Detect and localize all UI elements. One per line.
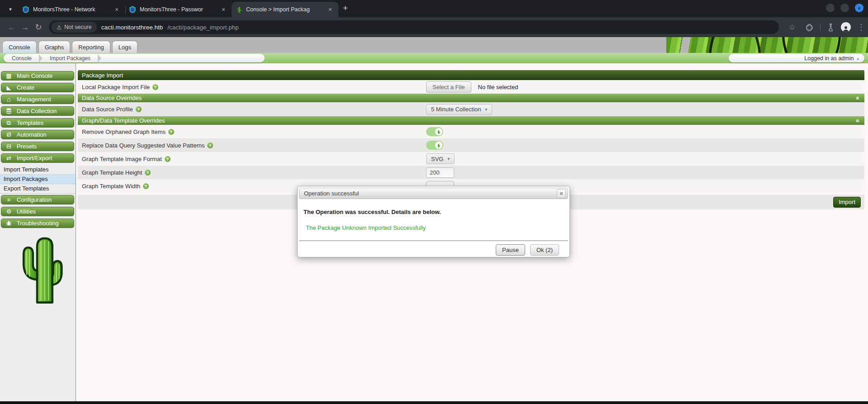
breadcrumb-bar: Console Import Packages Logged in as adm… bbox=[0, 53, 868, 63]
reload-icon[interactable]: ↻ bbox=[32, 22, 45, 32]
sidebar-item-utilities[interactable]: ⚙Utilities bbox=[1, 207, 74, 216]
experiments-flask-icon[interactable] bbox=[827, 23, 835, 32]
remove-orphaned-toggle[interactable] bbox=[426, 127, 443, 136]
htb-shield-favicon bbox=[22, 6, 29, 13]
dialog-close-button[interactable]: × bbox=[557, 189, 566, 198]
cacti-favicon bbox=[236, 6, 242, 13]
dialog-titlebar[interactable]: Operation successful × bbox=[299, 188, 568, 199]
sidebar-item-label: Import/Export bbox=[17, 155, 52, 162]
help-icon[interactable]: ? bbox=[145, 170, 151, 176]
new-tab-button[interactable]: + bbox=[343, 3, 348, 13]
sidebar-item-label: Troubleshooting bbox=[17, 220, 59, 227]
help-icon[interactable]: ? bbox=[207, 143, 213, 148]
sidebar-item-main-console[interactable]: ▦Main Console bbox=[1, 71, 74, 81]
tab-reporting[interactable]: Reporting bbox=[72, 41, 110, 53]
chevron-down-icon: ▾ bbox=[447, 157, 450, 161]
browser-menu-kebab-icon[interactable]: ⋮ bbox=[857, 22, 863, 32]
collapse-section-icon[interactable]: « bbox=[856, 96, 860, 100]
select-file-button[interactable]: Select a File bbox=[426, 81, 471, 93]
sidebar-item-export-templates[interactable]: Export Templates bbox=[0, 184, 76, 194]
sidebar-item-data-collection[interactable]: Data Collection bbox=[1, 106, 74, 116]
sidebar-item-label: Data Collection bbox=[17, 108, 57, 114]
user-menu-label: Logged in as admin bbox=[804, 55, 854, 62]
chart-area-icon: ◣ bbox=[5, 84, 13, 91]
help-icon[interactable]: ? bbox=[168, 129, 174, 135]
replace-patterns-row: Replace Data Query Suggested Value Patte… bbox=[78, 138, 864, 152]
field-label: Replace Data Query Suggested Value Patte… bbox=[82, 142, 204, 149]
browser-tab-active[interactable]: Console > Import Packag × bbox=[232, 2, 338, 17]
tab-logs[interactable]: Logs bbox=[112, 41, 138, 53]
tab-label: Graphs bbox=[45, 44, 64, 51]
tab-search-button[interactable]: ▾ bbox=[5, 3, 16, 15]
automation-icon: Ø bbox=[5, 131, 13, 138]
forward-icon[interactable]: → bbox=[18, 23, 32, 32]
tab-title: MonitorsThree - Passwor bbox=[140, 6, 216, 13]
tab-close-icon[interactable]: × bbox=[219, 5, 228, 14]
sidebar-item-label: Configuration bbox=[17, 196, 52, 203]
dialog-detail-link[interactable]: The Package Unknown Imported Successfull… bbox=[306, 224, 568, 231]
sidebar-item-label: Create bbox=[17, 84, 34, 91]
tab-graphs[interactable]: Graphs bbox=[38, 41, 71, 53]
tab-console[interactable]: Console bbox=[2, 41, 37, 53]
help-icon[interactable]: ? bbox=[136, 106, 142, 112]
browser-tab-1[interactable]: MonitorsThree - Network × bbox=[18, 2, 125, 17]
dialog-buttons: Pause Ok (2) bbox=[299, 241, 568, 256]
collapse-section-icon[interactable]: « bbox=[856, 119, 860, 123]
user-menu[interactable]: Logged in as admin ▴ bbox=[729, 54, 864, 62]
sidebar-item-automation[interactable]: ØAutomation bbox=[1, 130, 74, 139]
help-icon[interactable]: ? bbox=[152, 84, 158, 90]
back-icon[interactable]: ← bbox=[5, 23, 18, 32]
profile-avatar-icon[interactable] bbox=[841, 22, 851, 32]
toggle-knob-cactus-icon bbox=[435, 128, 442, 135]
sidebar-item-import-templates[interactable]: Import Templates bbox=[0, 165, 76, 175]
field-label: Data Source Profile bbox=[82, 106, 133, 113]
help-icon[interactable]: ? bbox=[143, 183, 149, 189]
exchange-arrows-icon: ⇄ bbox=[5, 155, 13, 162]
template-height-row: Graph Template Height? bbox=[78, 166, 864, 179]
sidebar-item-import-packages[interactable]: Import Packages bbox=[0, 175, 76, 184]
sidebar-item-management[interactable]: ⌂Management bbox=[1, 95, 74, 104]
toggle-knob-cactus-icon bbox=[435, 142, 442, 149]
breadcrumb-import-packages[interactable]: Import Packages bbox=[43, 55, 98, 62]
toolbar-right-icons: ☆ ⋮ bbox=[785, 22, 863, 32]
security-chip[interactable]: ⚠ Not secure bbox=[52, 22, 97, 33]
replace-patterns-toggle[interactable] bbox=[426, 141, 443, 150]
close-button[interactable]: × bbox=[855, 4, 863, 12]
data-source-overrides-header: Data Source Overrides « bbox=[78, 94, 864, 102]
bookmark-star-icon[interactable]: ☆ bbox=[785, 23, 799, 32]
sidebar-item-create[interactable]: ◣Create bbox=[1, 83, 74, 92]
file-status-text: No file selected bbox=[478, 84, 518, 90]
ok-button[interactable]: Ok (2) bbox=[530, 244, 559, 256]
cacti-tabbar: Console Graphs Reporting Logs bbox=[0, 37, 868, 53]
toolbar-divider bbox=[820, 23, 821, 31]
breadcrumb-console[interactable]: Console bbox=[5, 55, 39, 62]
sidebar-item-templates[interactable]: ⧉Templates bbox=[1, 118, 74, 128]
data-source-profile-dropdown[interactable]: 5 Minute Collection ▾ bbox=[426, 104, 492, 115]
import-button[interactable]: Import bbox=[833, 197, 861, 208]
graph-template-overrides-header: Graph/Data Template Overrides « bbox=[78, 116, 864, 125]
sidebar-item-troubleshooting[interactable]: Troubleshooting bbox=[1, 219, 74, 228]
pause-button[interactable]: Pause bbox=[496, 244, 525, 256]
caret-up-icon: ▴ bbox=[857, 56, 859, 61]
image-format-dropdown[interactable]: SVG ▾ bbox=[426, 153, 455, 164]
bug-icon bbox=[5, 220, 13, 226]
maximize-button[interactable] bbox=[840, 4, 849, 12]
tab-close-icon[interactable]: × bbox=[113, 5, 121, 14]
help-icon[interactable]: ? bbox=[165, 156, 171, 162]
browser-tab-2[interactable]: MonitorsThree - Passwor × bbox=[125, 2, 232, 17]
tab-close-icon[interactable]: × bbox=[326, 5, 334, 14]
sidebar-item-configuration[interactable]: ≡Configuration bbox=[1, 195, 74, 204]
chevron-down-icon: ▾ bbox=[485, 107, 488, 112]
sidebar-item-presets[interactable]: ⊟Presets bbox=[1, 142, 74, 151]
sidebar-item-label: Utilities bbox=[17, 208, 36, 215]
sidebar-item-label: Presets bbox=[17, 143, 37, 150]
extensions-puzzle-icon[interactable] bbox=[805, 23, 814, 32]
dropdown-value: SVG bbox=[431, 156, 443, 162]
address-bar[interactable]: ⚠ Not secure cacti.monitorsthree.htb/cac… bbox=[49, 20, 779, 34]
template-height-input[interactable] bbox=[426, 167, 454, 178]
minimize-button[interactable] bbox=[826, 4, 835, 12]
field-label: Graph Template Width bbox=[82, 183, 140, 190]
sidebar-item-label: Main Console bbox=[17, 72, 53, 79]
sidebar-item-import-export[interactable]: ⇄Import/Export bbox=[1, 153, 74, 163]
warning-icon: ⚠ bbox=[57, 24, 62, 31]
